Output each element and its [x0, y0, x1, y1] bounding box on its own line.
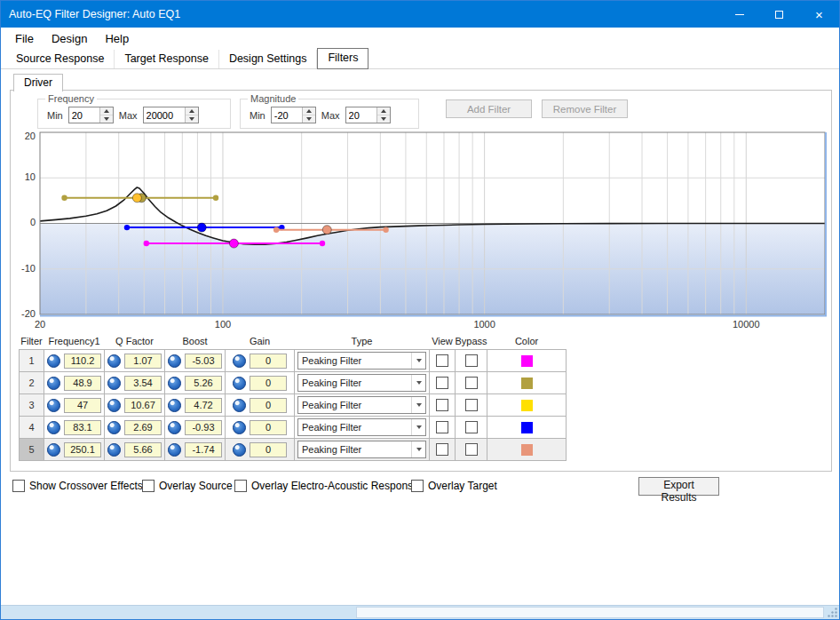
bypass-checkbox[interactable] — [465, 421, 478, 433]
checkbox-icon[interactable] — [234, 480, 247, 492]
q-factor-value[interactable]: 3.54 — [124, 376, 162, 391]
color-swatch[interactable] — [521, 400, 533, 411]
filter-1-band-endpoint[interactable] — [144, 241, 149, 246]
filter-1-center-handle[interactable] — [229, 239, 238, 248]
eq-response-chart[interactable]: 20100-10-2020100100010000 — [12, 130, 828, 336]
knob-icon[interactable] — [233, 421, 246, 434]
chevron-down-icon[interactable] — [411, 375, 425, 391]
export-results-button[interactable]: Export Results — [638, 477, 719, 496]
tab-design-settings[interactable]: Design Settings — [219, 50, 318, 68]
tab-target-response[interactable]: Target Response — [115, 50, 219, 68]
frequency-value[interactable]: 48.9 — [64, 376, 101, 391]
knob-icon[interactable] — [107, 421, 121, 434]
show-crossover-effects-checkbox[interactable]: Show Crossover Effects — [12, 480, 143, 492]
filter-4-band-endpoint[interactable] — [124, 225, 130, 230]
chevron-down-icon[interactable] — [411, 353, 425, 369]
color-swatch[interactable] — [521, 422, 533, 433]
knob-icon[interactable] — [233, 443, 246, 457]
filter-row-number[interactable]: 1 — [20, 350, 44, 372]
q-factor-value[interactable]: 2.69 — [124, 420, 162, 435]
gain-value[interactable]: 0 — [250, 398, 287, 413]
tab-source-response[interactable]: Source Response — [6, 50, 115, 68]
spin-up-button[interactable] — [377, 107, 390, 115]
filter-row-number[interactable]: 5 — [20, 439, 44, 461]
boost-value[interactable]: 4.72 — [185, 398, 222, 413]
filter-type-dropdown[interactable]: Peaking Filter — [297, 374, 426, 392]
tab-filters[interactable]: Filters — [317, 48, 368, 69]
chevron-down-icon[interactable] — [411, 397, 425, 413]
filter-5-center-handle[interactable] — [322, 226, 331, 234]
knob-icon[interactable] — [168, 377, 181, 390]
frequency-max-input[interactable] — [144, 107, 185, 123]
filter-5-band-endpoint[interactable] — [383, 227, 388, 232]
knob-icon[interactable] — [107, 377, 121, 390]
filter-5-band-endpoint[interactable] — [273, 227, 279, 232]
menu-design[interactable]: Design — [43, 29, 96, 48]
bypass-checkbox[interactable] — [465, 377, 478, 389]
gain-value[interactable]: 0 — [250, 442, 287, 457]
knob-icon[interactable] — [47, 421, 60, 434]
view-checkbox[interactable] — [436, 421, 448, 433]
titlebar[interactable]: Auto-EQ Filter Designer: Auto EQ1 × — [1, 1, 839, 28]
gain-value[interactable]: 0 — [250, 376, 287, 391]
filter-type-dropdown[interactable]: Peaking Filter — [297, 396, 426, 414]
chevron-down-icon[interactable] — [411, 419, 425, 435]
q-factor-value[interactable]: 10.67 — [124, 398, 162, 413]
frequency-value[interactable]: 83.1 — [64, 420, 101, 435]
knob-icon[interactable] — [47, 443, 60, 457]
filter-row-number[interactable]: 4 — [20, 417, 44, 439]
boost-value[interactable]: -5.03 — [185, 354, 222, 369]
maximize-button[interactable] — [759, 1, 799, 28]
view-checkbox[interactable] — [436, 399, 448, 411]
checkbox-icon[interactable] — [411, 480, 424, 492]
tab-driver[interactable]: Driver — [13, 74, 63, 91]
knob-icon[interactable] — [107, 354, 121, 368]
boost-value[interactable]: 5.26 — [185, 376, 222, 391]
q-factor-value[interactable]: 1.07 — [124, 354, 162, 369]
view-checkbox[interactable] — [436, 443, 448, 456]
close-button[interactable]: × — [799, 1, 839, 28]
overlay-electro-acoustic-response-checkbox[interactable]: Overlay Electro-Acoustic Response — [234, 480, 419, 492]
spin-up-button[interactable] — [186, 107, 198, 115]
knob-icon[interactable] — [47, 354, 60, 368]
menu-help[interactable]: Help — [96, 29, 138, 48]
color-swatch[interactable] — [521, 444, 533, 456]
frequency-value[interactable]: 250.1 — [64, 442, 101, 457]
knob-icon[interactable] — [107, 443, 121, 457]
menu-file[interactable]: File — [6, 29, 43, 48]
bypass-checkbox[interactable] — [465, 443, 478, 456]
magnitude-max-input[interactable] — [346, 107, 376, 123]
horizontal-scrollbar[interactable] — [356, 607, 824, 618]
filter-2-band-endpoint[interactable] — [213, 195, 218, 201]
frequency-min-input[interactable] — [69, 107, 99, 123]
filter-type-dropdown[interactable]: Peaking Filter — [297, 352, 426, 370]
knob-icon[interactable] — [233, 399, 246, 412]
boost-value[interactable]: -1.74 — [185, 442, 222, 457]
gain-value[interactable]: 0 — [250, 420, 287, 435]
gain-value[interactable]: 0 — [250, 354, 287, 369]
knob-icon[interactable] — [233, 377, 246, 390]
knob-icon[interactable] — [47, 377, 60, 390]
spin-up-button[interactable] — [100, 107, 113, 115]
overlay-target-checkbox[interactable]: Overlay Target — [411, 480, 497, 492]
knob-icon[interactable] — [168, 354, 181, 368]
filter-2-band-endpoint[interactable] — [61, 195, 67, 201]
frequency-value[interactable]: 47 — [64, 398, 101, 413]
spin-down-button[interactable] — [186, 115, 198, 123]
spin-down-button[interactable] — [303, 115, 315, 123]
knob-icon[interactable] — [168, 399, 181, 412]
checkbox-icon[interactable] — [142, 480, 155, 492]
knob-icon[interactable] — [233, 354, 246, 368]
bypass-checkbox[interactable] — [465, 354, 478, 367]
filter-3-center-handle[interactable] — [132, 194, 141, 203]
filter-4-center-handle[interactable] — [197, 223, 206, 232]
spin-down-button[interactable] — [100, 115, 113, 123]
filter-type-dropdown[interactable]: Peaking Filter — [297, 418, 426, 436]
chevron-down-icon[interactable] — [411, 441, 425, 457]
color-swatch[interactable] — [521, 378, 533, 389]
view-checkbox[interactable] — [436, 354, 448, 367]
filter-row-number[interactable]: 2 — [20, 372, 44, 394]
chart-canvas[interactable]: 20100-10-2020100100010000 — [12, 130, 828, 336]
knob-icon[interactable] — [47, 399, 60, 412]
boost-value[interactable]: -0.93 — [185, 420, 222, 435]
